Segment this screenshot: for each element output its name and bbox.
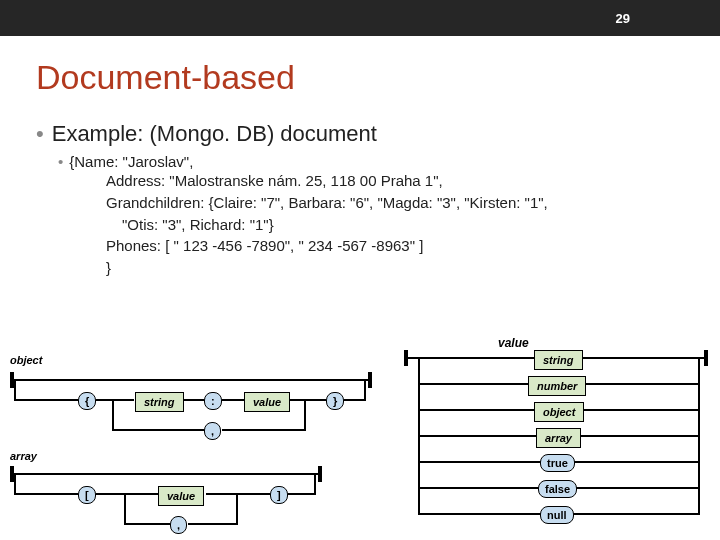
- rail-line: [344, 399, 366, 401]
- rail-line: [96, 493, 158, 495]
- rail-line: [14, 399, 78, 401]
- rail-line: [184, 399, 204, 401]
- rail-line: [14, 473, 16, 493]
- diagram-value-heading: value: [498, 336, 529, 350]
- rail-line: [288, 493, 316, 495]
- rail-line: [96, 399, 134, 401]
- rail-endpost: [368, 372, 372, 388]
- box-string-right: string: [534, 350, 583, 370]
- box-value: value: [158, 486, 204, 506]
- term-bracket-close: ]: [270, 486, 288, 504]
- term-brace-close: }: [326, 392, 344, 410]
- diagram-object-label: object: [10, 354, 42, 366]
- rail-line: [124, 523, 170, 525]
- term-true: true: [540, 454, 575, 472]
- term-null: null: [540, 506, 574, 524]
- box-number-right: number: [528, 376, 586, 396]
- rail-line: [188, 523, 238, 525]
- rail-line: [14, 379, 16, 399]
- diagram-array-label: array: [10, 450, 37, 462]
- rail-line: [222, 399, 244, 401]
- rail-line: [112, 429, 204, 431]
- rail-line: [112, 399, 114, 429]
- sub-bullet-text: {Name: "Jaroslav",: [69, 153, 193, 170]
- rail-line: [10, 473, 320, 475]
- term-bracket-open: [: [78, 486, 96, 504]
- term-false: false: [538, 480, 577, 498]
- term-brace-open: {: [78, 392, 96, 410]
- code-block: Address: "Malostranske nám. 25, 118 00 P…: [106, 170, 684, 279]
- rail-line: [10, 379, 370, 381]
- rail-line: [698, 357, 700, 513]
- code-line: "Otis: "3", Richard: "1"}: [106, 214, 684, 236]
- box-array-right: array: [536, 428, 581, 448]
- term-colon: :: [204, 392, 222, 410]
- box-object-right: object: [534, 402, 584, 422]
- term-comma: ,: [170, 516, 187, 534]
- railroad-diagrams: object { string : value } , array [ valu…: [0, 350, 720, 540]
- rail-line: [314, 473, 316, 493]
- code-line: }: [106, 259, 111, 276]
- sub-bullet-row: • {Name: "Jaroslav",: [58, 153, 684, 170]
- slide-topbar: 29: [0, 0, 720, 36]
- slide-title: Document-based: [36, 58, 684, 97]
- rail-endpost: [704, 350, 708, 366]
- bullet-dot-icon: •: [58, 153, 63, 170]
- rail-line: [222, 429, 306, 431]
- rail-line: [124, 493, 126, 523]
- box-value: value: [244, 392, 290, 412]
- code-line: Grandchildren: {Claire: "7", Barbara: "6…: [106, 194, 548, 211]
- main-bullet-text: Example: (Mongo. DB) document: [52, 121, 377, 147]
- rail-line: [364, 379, 366, 399]
- bullet-dot-icon: •: [36, 121, 44, 147]
- slide-number: 29: [616, 11, 630, 26]
- main-bullet-row: • Example: (Mongo. DB) document: [36, 121, 684, 147]
- code-line: Phones: [ " 123 -456 -7890", " 234 -567 …: [106, 237, 423, 254]
- code-line: Address: "Malostranske nám. 25, 118 00 P…: [106, 172, 443, 189]
- rail-endpost: [318, 466, 322, 482]
- term-comma: ,: [204, 422, 221, 440]
- rail-line: [14, 493, 78, 495]
- rail-line: [206, 493, 270, 495]
- rail-line: [304, 399, 306, 429]
- rail-line: [290, 399, 326, 401]
- rail-line: [236, 493, 238, 523]
- rail-line: [418, 357, 420, 513]
- box-string: string: [135, 392, 184, 412]
- slide-content: Document-based • Example: (Mongo. DB) do…: [0, 36, 720, 279]
